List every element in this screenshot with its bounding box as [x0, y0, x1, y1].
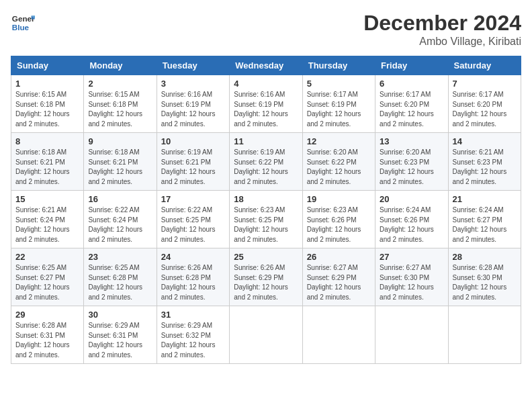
week-row-5: 29 Sunrise: 6:28 AMSunset: 6:31 PMDaylig…: [11, 306, 521, 364]
title-block: December 2024 Ambo Village, Kiribati: [363, 11, 521, 48]
week-row-4: 22 Sunrise: 6:25 AMSunset: 6:27 PMDaylig…: [11, 248, 521, 306]
day-cell-19: 19 Sunrise: 6:23 AMSunset: 6:26 PMDaylig…: [302, 191, 375, 248]
day-cell-4: 4 Sunrise: 6:16 AMSunset: 6:19 PMDayligh…: [230, 75, 302, 133]
day-cell-30: 30 Sunrise: 6:29 AMSunset: 6:31 PMDaylig…: [84, 306, 157, 364]
day-cell-7: 7 Sunrise: 6:17 AMSunset: 6:20 PMDayligh…: [448, 75, 521, 133]
day-number: 1: [15, 79, 79, 89]
header-monday: Monday: [84, 56, 157, 75]
header-sunday: Sunday: [11, 56, 84, 75]
day-cell-17: 17 Sunrise: 6:22 AMSunset: 6:25 PMDaylig…: [157, 191, 229, 248]
day-info: Sunrise: 6:28 AMSunset: 6:31 PMDaylight:…: [15, 322, 70, 359]
day-info: Sunrise: 6:16 AMSunset: 6:19 PMDaylight:…: [161, 91, 216, 128]
day-cell-16: 16 Sunrise: 6:22 AMSunset: 6:24 PMDaylig…: [84, 191, 157, 248]
header-friday: Friday: [375, 56, 448, 75]
header-tuesday: Tuesday: [157, 56, 229, 75]
day-cell-13: 13 Sunrise: 6:20 AMSunset: 6:23 PMDaylig…: [375, 133, 448, 191]
day-number: 28: [453, 252, 517, 262]
day-info: Sunrise: 6:15 AMSunset: 6:18 PMDaylight:…: [15, 91, 70, 128]
day-number: 2: [88, 79, 152, 89]
day-info: Sunrise: 6:29 AMSunset: 6:32 PMDaylight:…: [161, 322, 216, 359]
page-header: General Blue December 2024 Ambo Village,…: [11, 11, 521, 48]
day-number: 30: [88, 310, 152, 320]
day-info: Sunrise: 6:25 AMSunset: 6:28 PMDaylight:…: [88, 264, 142, 301]
day-number: 3: [161, 79, 225, 89]
day-number: 31: [161, 310, 225, 320]
empty-cell: [375, 306, 448, 364]
day-number: 29: [15, 310, 79, 320]
day-info: Sunrise: 6:19 AMSunset: 6:21 PMDaylight:…: [161, 148, 216, 185]
day-number: 25: [234, 252, 298, 262]
day-info: Sunrise: 6:21 AMSunset: 6:23 PMDaylight:…: [453, 148, 507, 185]
empty-cell: [302, 306, 375, 364]
day-number: 11: [234, 136, 298, 146]
day-number: 12: [307, 136, 371, 146]
day-number: 16: [88, 194, 152, 204]
day-cell-14: 14 Sunrise: 6:21 AMSunset: 6:23 PMDaylig…: [448, 133, 521, 191]
day-number: 13: [380, 136, 443, 146]
day-info: Sunrise: 6:23 AMSunset: 6:25 PMDaylight:…: [234, 206, 288, 243]
day-cell-12: 12 Sunrise: 6:20 AMSunset: 6:22 PMDaylig…: [302, 133, 375, 191]
day-number: 21: [453, 194, 517, 204]
day-info: Sunrise: 6:20 AMSunset: 6:22 PMDaylight:…: [307, 148, 361, 185]
day-cell-3: 3 Sunrise: 6:16 AMSunset: 6:19 PMDayligh…: [157, 75, 229, 133]
day-cell-31: 31 Sunrise: 6:29 AMSunset: 6:32 PMDaylig…: [157, 306, 229, 364]
day-info: Sunrise: 6:22 AMSunset: 6:24 PMDaylight:…: [88, 206, 142, 243]
day-cell-6: 6 Sunrise: 6:17 AMSunset: 6:20 PMDayligh…: [375, 75, 448, 133]
day-cell-5: 5 Sunrise: 6:17 AMSunset: 6:19 PMDayligh…: [302, 75, 375, 133]
day-info: Sunrise: 6:29 AMSunset: 6:31 PMDaylight:…: [88, 322, 142, 359]
day-cell-11: 11 Sunrise: 6:19 AMSunset: 6:22 PMDaylig…: [230, 133, 302, 191]
day-cell-28: 28 Sunrise: 6:28 AMSunset: 6:30 PMDaylig…: [448, 248, 521, 306]
day-number: 10: [161, 136, 225, 146]
day-info: Sunrise: 6:25 AMSunset: 6:27 PMDaylight:…: [15, 264, 70, 301]
day-cell-24: 24 Sunrise: 6:26 AMSunset: 6:28 PMDaylig…: [157, 248, 229, 306]
day-cell-1: 1 Sunrise: 6:15 AMSunset: 6:18 PMDayligh…: [11, 75, 84, 133]
day-number: 19: [307, 194, 371, 204]
day-number: 9: [88, 136, 152, 146]
logo-icon: General Blue: [11, 11, 35, 35]
day-number: 18: [234, 194, 298, 204]
day-number: 17: [161, 194, 225, 204]
day-info: Sunrise: 6:23 AMSunset: 6:26 PMDaylight:…: [307, 206, 361, 243]
day-cell-22: 22 Sunrise: 6:25 AMSunset: 6:27 PMDaylig…: [11, 248, 84, 306]
day-cell-25: 25 Sunrise: 6:26 AMSunset: 6:29 PMDaylig…: [230, 248, 302, 306]
day-info: Sunrise: 6:21 AMSunset: 6:24 PMDaylight:…: [15, 206, 70, 243]
day-cell-27: 27 Sunrise: 6:27 AMSunset: 6:30 PMDaylig…: [375, 248, 448, 306]
day-number: 7: [453, 79, 517, 89]
day-info: Sunrise: 6:17 AMSunset: 6:20 PMDaylight:…: [453, 91, 507, 128]
day-number: 23: [88, 252, 152, 262]
header-saturday: Saturday: [448, 56, 521, 75]
day-number: 6: [380, 79, 443, 89]
day-number: 14: [453, 136, 517, 146]
day-info: Sunrise: 6:15 AMSunset: 6:18 PMDaylight:…: [88, 91, 142, 128]
month-title: December 2024: [363, 11, 521, 36]
day-cell-18: 18 Sunrise: 6:23 AMSunset: 6:25 PMDaylig…: [230, 191, 302, 248]
day-info: Sunrise: 6:19 AMSunset: 6:22 PMDaylight:…: [234, 148, 288, 185]
day-info: Sunrise: 6:17 AMSunset: 6:19 PMDaylight:…: [307, 91, 361, 128]
logo: General Blue: [11, 11, 35, 35]
day-info: Sunrise: 6:26 AMSunset: 6:29 PMDaylight:…: [234, 264, 288, 301]
day-number: 22: [15, 252, 79, 262]
calendar-table: SundayMondayTuesdayWednesdayThursdayFrid…: [11, 56, 521, 364]
header-thursday: Thursday: [302, 56, 375, 75]
day-number: 8: [15, 136, 79, 146]
day-cell-29: 29 Sunrise: 6:28 AMSunset: 6:31 PMDaylig…: [11, 306, 84, 364]
day-number: 15: [15, 194, 79, 204]
week-row-3: 15 Sunrise: 6:21 AMSunset: 6:24 PMDaylig…: [11, 191, 521, 248]
day-cell-26: 26 Sunrise: 6:27 AMSunset: 6:29 PMDaylig…: [302, 248, 375, 306]
day-cell-20: 20 Sunrise: 6:24 AMSunset: 6:26 PMDaylig…: [375, 191, 448, 248]
location-title: Ambo Village, Kiribati: [363, 36, 521, 48]
day-info: Sunrise: 6:18 AMSunset: 6:21 PMDaylight:…: [15, 148, 70, 185]
day-cell-8: 8 Sunrise: 6:18 AMSunset: 6:21 PMDayligh…: [11, 133, 84, 191]
day-info: Sunrise: 6:27 AMSunset: 6:30 PMDaylight:…: [380, 264, 434, 301]
svg-text:Blue: Blue: [12, 23, 30, 32]
day-info: Sunrise: 6:16 AMSunset: 6:19 PMDaylight:…: [234, 91, 288, 128]
day-number: 26: [307, 252, 371, 262]
day-cell-9: 9 Sunrise: 6:18 AMSunset: 6:21 PMDayligh…: [84, 133, 157, 191]
week-row-1: 1 Sunrise: 6:15 AMSunset: 6:18 PMDayligh…: [11, 75, 521, 133]
day-info: Sunrise: 6:24 AMSunset: 6:26 PMDaylight:…: [380, 206, 434, 243]
day-number: 5: [307, 79, 371, 89]
day-number: 4: [234, 79, 298, 89]
day-cell-23: 23 Sunrise: 6:25 AMSunset: 6:28 PMDaylig…: [84, 248, 157, 306]
day-number: 24: [161, 252, 225, 262]
day-cell-15: 15 Sunrise: 6:21 AMSunset: 6:24 PMDaylig…: [11, 191, 84, 248]
